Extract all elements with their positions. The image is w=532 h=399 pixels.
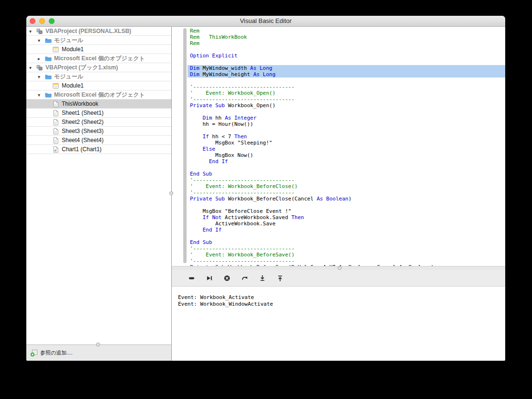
code-line[interactable]: Dim MyWindow_width As Long	[188, 65, 505, 71]
doc-icon	[52, 119, 59, 126]
add-reference-label: 参照の追加....	[40, 349, 72, 356]
doc-icon	[52, 128, 59, 135]
tree-row-label: VBAProject (PERSONAL.XLSB)	[45, 28, 131, 34]
tree-row-label: Chart1 (Chart1)	[62, 146, 101, 153]
project-tree: ▾VBAProject (PERSONAL.XLSB)▾モジュールModule1…	[26, 27, 171, 344]
tree-row[interactable]: Sheet2 (Sheet2)	[26, 118, 171, 127]
code-scrollbar[interactable]	[183, 28, 187, 263]
tree-row[interactable]: ▾VBAProject (PERSONAL.XLSB)	[26, 27, 171, 36]
tree-row[interactable]: Sheet3 (Sheet3)	[26, 127, 171, 136]
code-line[interactable]: hh = Hour(Now())	[188, 121, 505, 127]
folder-icon	[44, 55, 52, 62]
code-line[interactable]: ' Event: Workbook_BeforeSave()	[188, 252, 505, 258]
tree-row-label: Microsoft Excel 個のオブジェクト	[54, 91, 145, 99]
code-line[interactable]: ActiveWorkbook.Save	[188, 221, 505, 227]
scrollbar-thumb[interactable]	[183, 28, 187, 263]
code-line[interactable]: '--------------------------------	[188, 189, 505, 196]
code-line[interactable]: If hh < 7 Then	[188, 133, 505, 140]
disclosure-open-icon[interactable]: ▾	[29, 65, 36, 70]
code-editor[interactable]: RemRem ThisWorkBookRem Option Explicit D…	[172, 27, 505, 266]
immediate-window[interactable]: Event: Workbook_ActivateEvent: Workbook_…	[172, 287, 505, 361]
immediate-line: Event: Workbook_WindowActivate	[178, 301, 505, 308]
code-line[interactable]: ' Event: Workbook_Open()	[188, 90, 505, 96]
code-line[interactable]	[188, 233, 505, 239]
tree-row[interactable]: Chart1 (Chart1)	[26, 145, 171, 154]
tree-row[interactable]: Sheet4 (Sheet4)	[26, 136, 171, 145]
continue-button[interactable]	[188, 274, 196, 282]
step-over-button[interactable]	[241, 274, 249, 282]
code-line[interactable]: '--------------------------------	[188, 245, 505, 252]
tree-row[interactable]: Module1	[26, 81, 171, 90]
tree-row[interactable]: ThisWorkbook	[26, 100, 171, 109]
code-line[interactable]: MsgBox Now()	[188, 152, 505, 158]
code-line[interactable]: '--------------------------------	[188, 177, 505, 183]
tree-row-label: モジュール	[54, 36, 83, 44]
code-line[interactable]: Rem	[188, 28, 505, 34]
folder-icon	[44, 73, 52, 80]
vbe-window: Visual Basic Editor ▾VBAProject (PERSONA…	[26, 16, 505, 361]
folder-icon	[44, 91, 52, 99]
code-line[interactable]: Option Explicit	[188, 53, 505, 59]
tree-row-label: Sheet1 (Sheet1)	[62, 110, 103, 116]
step-button[interactable]	[205, 274, 213, 282]
tree-row-label: VBAProject (ブック1.xlsm)	[45, 64, 118, 72]
immediate-line: Event: Workbook_Activate	[178, 294, 505, 301]
code-line[interactable]: Else	[188, 146, 505, 152]
window-title: Visual Basic Editor	[26, 16, 505, 26]
tree-row[interactable]: ▾モジュール	[26, 36, 171, 45]
code-line[interactable]: End If	[188, 158, 505, 165]
step-out-button[interactable]	[276, 274, 284, 282]
tree-row-label: モジュール	[54, 73, 83, 81]
disclosure-open-icon[interactable]: ▾	[38, 74, 44, 79]
disclosure-open-icon[interactable]: ▾	[38, 92, 44, 98]
code-line[interactable]: ' Event: Workbook_BeforeClose()	[188, 183, 505, 189]
doc-icon	[52, 110, 59, 117]
main-area: ▾VBAProject (PERSONAL.XLSB)▾モジュールModule1…	[26, 27, 505, 361]
titlebar[interactable]: Visual Basic Editor	[26, 16, 505, 27]
code-line[interactable]: Dim MyWindow_height As Long	[188, 71, 505, 78]
tree-row-label: Sheet4 (Sheet4)	[62, 137, 103, 144]
splitter-handle-icon[interactable]	[169, 191, 173, 195]
project-icon	[36, 64, 43, 71]
tree-row[interactable]: ▸Microsoft Excel 個のオブジェクト	[26, 54, 171, 63]
code-line[interactable]	[188, 78, 505, 84]
code-lines: RemRem ThisWorkBookRem Option Explicit D…	[188, 28, 505, 266]
code-line[interactable]: End Sub	[188, 239, 505, 245]
code-line[interactable]: If Not ActiveWorkbook.Saved Then	[188, 214, 505, 221]
disclosure-open-icon[interactable]: ▾	[38, 38, 44, 43]
code-line[interactable]: End If	[188, 227, 505, 233]
code-line[interactable]: '--------------------------------	[188, 84, 505, 90]
add-reference-row[interactable]: 参照の追加....	[26, 344, 171, 361]
code-line[interactable]	[188, 127, 505, 133]
code-line[interactable]	[188, 109, 505, 115]
code-line[interactable]: Dim hh As Integer	[188, 115, 505, 121]
step-into-button[interactable]	[258, 274, 266, 282]
tree-row[interactable]: Module1	[26, 45, 171, 54]
code-line[interactable]: Private Sub Workbook_Open()	[188, 102, 505, 109]
tree-row-label: Microsoft Excel 個のオブジェクト	[54, 55, 145, 63]
splitter-handle-icon[interactable]	[338, 266, 342, 270]
code-line[interactable]: Rem ThisWorkBook	[188, 34, 505, 40]
add-reference-icon	[30, 349, 38, 357]
stop-button[interactable]	[223, 274, 231, 282]
splitter-handle-icon[interactable]	[96, 343, 100, 346]
code-line[interactable]	[188, 46, 505, 53]
code-line[interactable]: End Sub	[188, 171, 505, 177]
code-line[interactable]: '--------------------------------	[188, 96, 505, 102]
code-line[interactable]: Private Sub Workbook_BeforeClose(Cancel …	[188, 196, 505, 202]
debug-toolbar	[172, 270, 505, 287]
tree-row[interactable]: Sheet1 (Sheet1)	[26, 109, 171, 118]
tree-row[interactable]: ▾Microsoft Excel 個のオブジェクト	[26, 90, 171, 100]
code-line[interactable]: MsgBox "BeforeClose Event !"	[188, 208, 505, 214]
tree-row[interactable]: ▾モジュール	[26, 72, 171, 81]
code-line[interactable]: Rem	[188, 40, 505, 46]
code-line[interactable]: '--------------------------------	[188, 258, 505, 264]
disclosure-open-icon[interactable]: ▾	[29, 29, 36, 34]
code-line[interactable]: MsgBox "Sleeping!"	[188, 140, 505, 146]
code-line[interactable]	[188, 59, 505, 65]
code-line[interactable]	[188, 165, 505, 171]
tree-row[interactable]: ▾VBAProject (ブック1.xlsm)	[26, 63, 171, 72]
disclosure-closed-icon[interactable]: ▸	[38, 56, 44, 61]
horizontal-splitter[interactable]	[172, 266, 505, 270]
code-line[interactable]	[188, 202, 505, 208]
